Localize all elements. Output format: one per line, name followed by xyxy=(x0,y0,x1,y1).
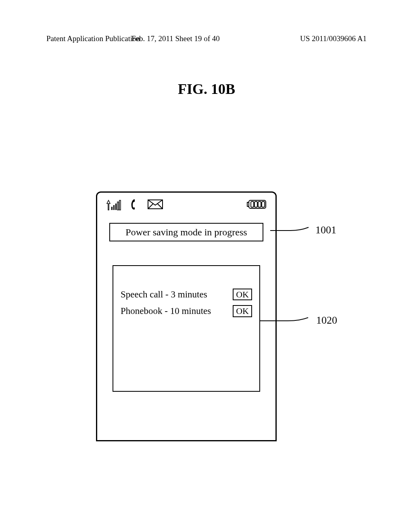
speech-call-label: Speech call - 3 minutes xyxy=(121,289,233,300)
leader-line-1001 xyxy=(270,231,309,231)
svg-rect-10 xyxy=(258,202,261,207)
signal-icon xyxy=(106,200,122,211)
phonebook-label: Phonebook - 10 minutes xyxy=(121,306,233,316)
list-item: Speech call - 3 minutes OK xyxy=(113,286,259,303)
ok-button[interactable]: OK xyxy=(233,289,252,300)
content-box: Speech call - 3 minutes OK Phonebook - 1… xyxy=(113,265,260,392)
svg-rect-4 xyxy=(119,200,121,210)
status-bar xyxy=(106,199,267,212)
svg-rect-1 xyxy=(113,205,115,210)
mode-title-box: Power saving mode in progress xyxy=(109,223,263,241)
svg-rect-11 xyxy=(262,202,265,207)
svg-rect-0 xyxy=(111,207,113,210)
svg-rect-2 xyxy=(115,204,117,210)
header-center-text: Feb. 17, 2011 Sheet 19 of 40 xyxy=(131,34,220,43)
ok-button[interactable]: OK xyxy=(233,305,252,317)
battery-icon xyxy=(246,200,267,211)
phone-frame: Power saving mode in progress Speech cal… xyxy=(96,191,277,441)
header-right-text: US 2011/0039606 A1 xyxy=(300,34,367,43)
envelope-icon xyxy=(147,199,163,211)
header-left-text: Patent Application Publication xyxy=(46,34,140,43)
phone-icon xyxy=(129,198,138,212)
list-item: Phonebook - 10 minutes OK xyxy=(113,303,259,319)
callout-1001: 1001 xyxy=(315,224,336,236)
svg-rect-8 xyxy=(251,202,254,207)
figure-title: FIG. 10B xyxy=(178,81,235,98)
mode-title-text: Power saving mode in progress xyxy=(125,227,247,238)
svg-rect-3 xyxy=(117,202,119,210)
callout-1020: 1020 xyxy=(316,314,337,326)
page-header: Patent Application Publication Feb. 17, … xyxy=(46,34,367,43)
svg-rect-7 xyxy=(247,202,249,206)
svg-rect-9 xyxy=(254,202,257,207)
leader-line-1020 xyxy=(260,321,308,322)
